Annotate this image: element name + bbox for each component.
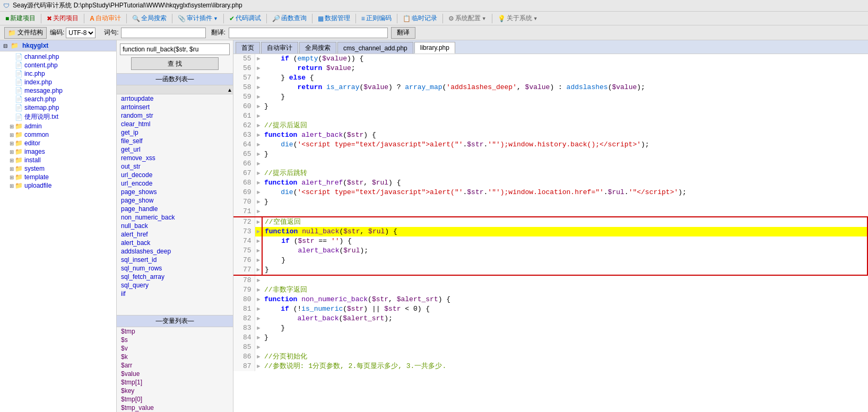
line-content[interactable] xyxy=(262,111,867,121)
line-content[interactable]: } xyxy=(262,256,867,265)
tree-item-content_php[interactable]: 📄content.php xyxy=(0,61,116,69)
search-input[interactable] xyxy=(120,43,230,55)
encoding-select[interactable]: UTF-8 GBK xyxy=(66,28,96,38)
func-item[interactable]: page_show xyxy=(117,196,233,205)
menu-code-debug[interactable]: ✔ 代码调试 xyxy=(226,13,264,24)
tree-item-index_php[interactable]: 📄index.php xyxy=(0,78,116,86)
translate-btn[interactable]: 翻译 xyxy=(391,27,415,39)
func-item[interactable]: url_decode xyxy=(117,171,233,179)
line-content[interactable]: function non_numeric_back($str, $alert_s… xyxy=(262,295,867,304)
tree-item-common[interactable]: ⊞📁common xyxy=(0,130,116,139)
var-item[interactable]: $v xyxy=(117,344,233,353)
menu-auto-audit[interactable]: A 自动审计 xyxy=(86,13,124,24)
line-content[interactable]: } xyxy=(262,102,867,111)
var-item[interactable]: $key xyxy=(117,387,233,395)
func-item[interactable]: arrtoupdate xyxy=(117,94,233,103)
var-item[interactable]: $k xyxy=(117,353,233,361)
line-content[interactable]: function null_back($str, $rul) { xyxy=(262,227,867,236)
tree-item-message_php[interactable]: 📄message.php xyxy=(0,86,116,95)
menu-data-mgmt[interactable]: ▦ 数据管理 xyxy=(315,13,353,24)
tree-item-admin[interactable]: ⊞📁admin xyxy=(0,122,116,130)
tab-自动审计[interactable]: 自动审计 xyxy=(261,42,298,54)
menu-about-sys[interactable]: 💡 关于系统 ▼ xyxy=(494,13,541,24)
tree-item-使用说明_txt[interactable]: 📄使用说明.txt xyxy=(0,112,116,122)
var-item[interactable]: $arr xyxy=(117,361,233,370)
line-content[interactable]: return $value; xyxy=(262,64,867,73)
line-content[interactable]: //提示后返回 xyxy=(262,121,867,130)
func-item[interactable]: null_back xyxy=(117,222,233,230)
line-content[interactable]: return is_array($value) ? array_map('add… xyxy=(262,83,867,92)
code-container[interactable]: 55► if (empty($value)) {56► return $valu… xyxy=(233,54,868,412)
tree-item-search_php[interactable]: 📄search.php xyxy=(0,95,116,103)
tree-item-install[interactable]: ⊞📁install xyxy=(0,156,116,164)
func-item[interactable]: out_str xyxy=(117,162,233,171)
func-item[interactable]: page_handle xyxy=(117,205,233,213)
tree-item-images[interactable]: ⊞📁images xyxy=(0,147,116,156)
tree-item-inc_php[interactable]: 📄inc.php xyxy=(0,69,116,78)
tab-cms_channel_add_php[interactable]: cms_channel_add.php xyxy=(337,42,413,54)
menu-regex-code[interactable]: ≡ 正则编码 xyxy=(358,13,395,24)
var-item[interactable]: $tmp[1] xyxy=(117,378,233,387)
line-content[interactable]: function alert_href($str, $rul) { xyxy=(262,178,867,188)
line-content[interactable] xyxy=(262,275,867,285)
file-structure-btn[interactable]: 📁 文件结构 xyxy=(4,27,47,39)
line-content[interactable]: function alert_back($str) { xyxy=(262,130,867,140)
line-content[interactable]: } xyxy=(262,265,867,275)
tree-item-template[interactable]: ⊞📁template xyxy=(0,173,116,181)
menu-audit-plugin[interactable]: 📎 审计插件 ▼ xyxy=(175,13,221,24)
var-item[interactable]: $s xyxy=(117,336,233,344)
tree-item-editor[interactable]: ⊞📁editor xyxy=(0,139,116,147)
func-item[interactable]: remove_xss xyxy=(117,154,233,162)
menu-close-project[interactable]: ✖ 关闭项目 xyxy=(44,13,82,24)
line-content[interactable]: //空值返回 xyxy=(262,217,867,227)
line-content[interactable]: if (empty($value)) { xyxy=(262,54,867,64)
func-item[interactable]: alert_back xyxy=(117,239,233,247)
tab-library_php[interactable]: library.php xyxy=(414,42,455,54)
line-content[interactable]: } xyxy=(262,323,867,333)
line-content[interactable] xyxy=(262,343,867,352)
search-button[interactable]: 查 找 xyxy=(131,57,219,70)
line-content[interactable]: } xyxy=(262,150,867,159)
func-item[interactable]: sql_insert_id xyxy=(117,256,233,264)
menu-temp-record[interactable]: 📋 临时记录 xyxy=(400,13,440,24)
line-content[interactable]: alert_back($rul); xyxy=(262,246,867,256)
func-item[interactable]: non_numeric_back xyxy=(117,213,233,222)
func-item[interactable]: iif xyxy=(117,290,233,298)
func-item[interactable]: addslashes_deep xyxy=(117,247,233,256)
query-input[interactable] xyxy=(121,28,206,38)
tab-首页[interactable]: 首页 xyxy=(236,42,260,54)
func-item[interactable]: alert_href xyxy=(117,230,233,239)
menu-global-search[interactable]: 🔍 全局搜索 xyxy=(129,13,170,24)
line-content[interactable]: //参数说明: 1分页参数, 2.每页显示多少, 3.一共多少. xyxy=(262,362,867,371)
line-content[interactable] xyxy=(262,207,867,217)
line-content[interactable]: //分页初始化 xyxy=(262,352,867,362)
tab-全局搜索[interactable]: 全局搜索 xyxy=(299,42,336,54)
tree-item-sitemap_php[interactable]: 📄sitemap.php xyxy=(0,103,116,112)
line-content[interactable]: die('<script type="text/javascript">aler… xyxy=(262,188,867,197)
line-content[interactable]: //非数字返回 xyxy=(262,285,867,295)
func-item[interactable]: url_encode xyxy=(117,179,233,188)
var-item[interactable]: $tmp_value xyxy=(117,404,233,412)
line-content[interactable]: } else { xyxy=(262,73,867,83)
func-list-scroll-up[interactable]: ▲ xyxy=(117,85,233,94)
line-content[interactable]: alert_back($alert_srt); xyxy=(262,314,867,323)
line-content[interactable]: } xyxy=(262,197,867,207)
line-content[interactable]: die('<script type="text/javascript">aler… xyxy=(262,140,867,150)
func-item[interactable]: page_shows xyxy=(117,188,233,196)
func-item[interactable]: sql_num_rows xyxy=(117,264,233,273)
line-content[interactable]: //提示后跳转 xyxy=(262,169,867,178)
func-item[interactable]: clear_html xyxy=(117,120,233,128)
tree-item-channel_php[interactable]: 📄channel.php xyxy=(0,52,116,61)
func-item[interactable]: file_self xyxy=(117,137,233,145)
menu-new-project[interactable]: ■ 新建项目 xyxy=(2,13,39,24)
translate-input[interactable] xyxy=(229,28,388,38)
line-content[interactable]: if ($str == '') { xyxy=(262,236,867,246)
line-content[interactable] xyxy=(262,159,867,169)
var-item[interactable]: $value xyxy=(117,370,233,378)
menu-func-query[interactable]: 🔎 函数查询 xyxy=(269,13,310,24)
func-item[interactable]: arrtoinsert xyxy=(117,103,233,111)
var-item[interactable]: $tmp[0] xyxy=(117,395,233,404)
func-item[interactable]: get_ip xyxy=(117,128,233,137)
tree-item-uploadfile[interactable]: ⊞📁uploadfile xyxy=(0,181,116,190)
func-item[interactable]: sql_query xyxy=(117,281,233,290)
